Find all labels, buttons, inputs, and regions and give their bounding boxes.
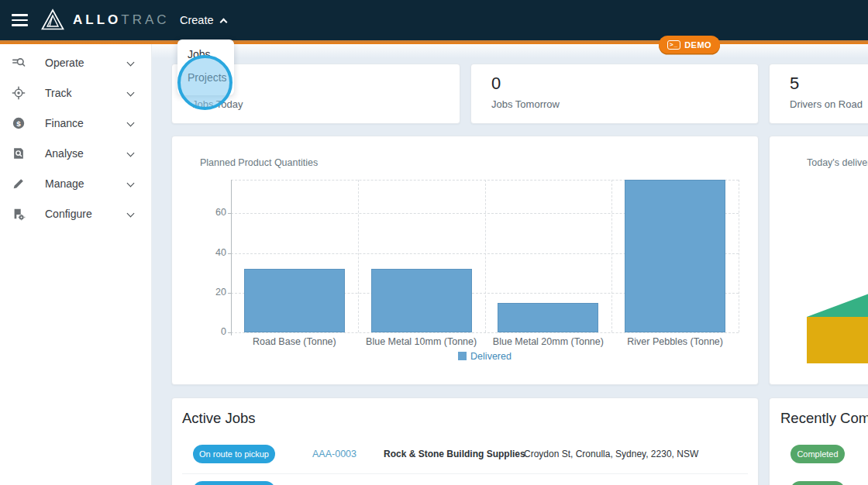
legend-swatch-delivered	[458, 352, 467, 360]
y-gridline	[231, 332, 739, 333]
chevron-down-icon	[127, 89, 135, 97]
chevron-down-icon	[127, 150, 135, 157]
stat-value: 0	[491, 74, 501, 94]
click-annotation-circle	[177, 55, 232, 110]
x-category-label: Blue Metal 10mm (Tonne)	[358, 336, 485, 347]
x-gridline	[611, 180, 612, 332]
delivery-fulfilment-card: Today's delivery fulfilment	[769, 136, 868, 385]
chevron-up-icon	[219, 18, 227, 26]
sidebar-item-configure[interactable]: Configure	[0, 199, 152, 229]
sidebar-item-track[interactable]: Track	[0, 78, 152, 108]
job-customer: Rock & Stone Building Supplies	[384, 449, 525, 459]
planned-quantities-chart-card: Planned Product Quantities 0204060Road B…	[171, 136, 759, 385]
create-menu-button[interactable]: Create	[180, 14, 226, 26]
bar-blue-metal-10mm-tonne-[interactable]	[371, 269, 472, 332]
crosshair-icon	[12, 86, 26, 100]
x-category-label: Road Base (Tonne)	[231, 336, 358, 347]
chevron-down-icon	[127, 180, 135, 187]
factory-gear-icon	[12, 207, 26, 221]
chevron-down-icon	[127, 119, 135, 127]
brand-trac: TRAC	[121, 12, 169, 27]
area-series-green	[807, 287, 868, 317]
sidebar-item-finance[interactable]: $ Finance	[0, 108, 152, 139]
job-status-badge-partial	[193, 481, 275, 485]
stat-card-jobs-tomorrow: 0 Jobs Tomorrow	[470, 64, 759, 124]
dollar-circle-icon: $	[12, 116, 26, 130]
sidebar-label: Configure	[45, 208, 92, 220]
active-jobs-title: Active Jobs	[182, 410, 256, 427]
job-row: On route to pickup AAA-0003 Rock & Stone…	[172, 445, 758, 463]
terminal-icon: >_	[667, 40, 680, 50]
brand-wordmark: ALLOTRAC	[73, 12, 170, 28]
sidebar-label: Finance	[45, 117, 84, 129]
job-address: Croydon St, Cronulla, Sydney, 2230, NSW	[524, 449, 698, 459]
legend-label: Delivered	[470, 351, 512, 362]
file-search-icon	[12, 146, 26, 160]
sidebar-nav: Operate Track $ Finance	[0, 44, 152, 485]
pencil-icon	[12, 177, 26, 191]
search-list-icon	[12, 56, 26, 70]
x-category-label: River Pebbles (Tonne)	[611, 336, 739, 347]
svg-text:$: $	[16, 119, 21, 128]
chevron-down-icon	[127, 210, 135, 218]
y-tick-label: 40	[200, 247, 226, 258]
bar-chart-plot: 0204060Road Base (Tonne)Blue Metal 10mm …	[172, 136, 760, 386]
job-id-link[interactable]: AAA-0003	[312, 449, 356, 459]
stat-label: Jobs Tomorrow	[491, 98, 560, 110]
top-navbar: ALLOTRAC Create	[0, 0, 868, 40]
sidebar-label: Track	[45, 87, 71, 99]
stat-card-drivers-on-road: 5 Drivers on Road	[769, 64, 868, 124]
recently-completed-card: Recently Completed Completed	[769, 397, 868, 485]
active-jobs-card: Active Jobs On route to pickup AAA-0003 …	[171, 397, 759, 485]
area-series-yellow	[807, 317, 868, 363]
chart-legend: Delivered	[231, 351, 739, 362]
y-axis	[231, 180, 232, 335]
sidebar-item-manage[interactable]: Manage	[0, 169, 152, 199]
y-tick-label: 60	[200, 207, 226, 218]
job-status-badge: On route to pickup	[193, 445, 275, 463]
brand-allo: ALLO	[73, 12, 121, 27]
accent-divider	[0, 40, 868, 44]
x-gridline	[739, 180, 739, 332]
recently-completed-title: Recently Completed	[780, 410, 868, 427]
stat-label: Drivers on Road	[790, 98, 863, 110]
demo-mode-badge[interactable]: >_ DEMO	[659, 36, 720, 53]
chart-title: Today's delivery fulfilment	[807, 157, 868, 168]
demo-label: DEMO	[684, 40, 711, 50]
completed-status-badge: Completed	[790, 445, 845, 463]
x-category-label: Blue Metal 20mm (Tonne)	[485, 336, 612, 347]
sidebar-label: Operate	[45, 57, 84, 69]
sidebar-item-operate[interactable]: Operate	[0, 48, 152, 78]
sidebar-label: Analyse	[45, 147, 84, 160]
x-gridline	[485, 180, 486, 332]
y-tick-label: 20	[200, 287, 226, 298]
bar-river-pebbles-tonne-[interactable]	[625, 180, 725, 332]
completed-status-badge-partial	[790, 481, 845, 485]
delivery-area-chart	[807, 287, 868, 363]
sidebar-item-analyse[interactable]: Analyse	[0, 139, 152, 169]
app-screen: ALLOTRAC Create >_ DEMO Operate	[0, 0, 868, 485]
y-tick-label: 0	[200, 326, 226, 337]
hamburger-menu-icon[interactable]	[12, 14, 28, 26]
x-gridline	[358, 180, 359, 332]
stat-value: 5	[790, 74, 799, 94]
chevron-down-icon	[127, 59, 135, 67]
sidebar-label: Manage	[45, 177, 84, 190]
create-label: Create	[180, 14, 214, 26]
row-divider	[182, 473, 748, 474]
bar-road-base-tonne-[interactable]	[244, 269, 345, 332]
brand-logo: ALLOTRAC	[40, 8, 170, 33]
bar-blue-metal-20mm-tonne-[interactable]	[498, 303, 598, 332]
allotrac-triangle-logo-icon	[40, 8, 65, 33]
